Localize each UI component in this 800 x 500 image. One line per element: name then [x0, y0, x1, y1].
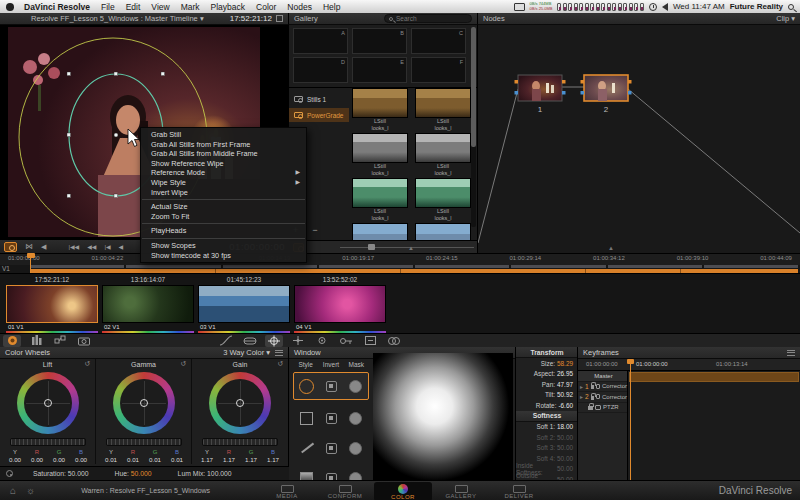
gallery-still[interactable]: LStill looks_l [352, 133, 408, 176]
node-graph[interactable]: 1 2 [478, 25, 800, 253]
timeline-ruler[interactable]: 01:00:00:0001:00:04:22 01:00:09:2101:00:… [0, 253, 800, 265]
menu-item-reference-mode[interactable]: Reference Mode▶ [141, 168, 306, 178]
window-matte-preview[interactable] [373, 353, 513, 480]
panel-menu-icon[interactable] [787, 350, 795, 356]
node-tree-icon[interactable] [51, 335, 69, 347]
menu-help[interactable]: Help [323, 2, 340, 12]
panel-menu-icon[interactable] [275, 350, 283, 356]
gallery-slot[interactable]: E [352, 57, 407, 83]
power-window-icon[interactable] [265, 335, 283, 347]
key-icon[interactable] [337, 335, 355, 347]
album-stills-1[interactable]: Stills 1 [289, 92, 349, 106]
grab-still-icon[interactable] [4, 242, 17, 252]
invert-icon[interactable] [326, 443, 337, 454]
blur-icon[interactable] [313, 335, 331, 347]
wheel-mode-selector[interactable]: 3 Way Color ▾ [223, 348, 270, 357]
menubar-user[interactable]: Future Reality [730, 2, 783, 11]
menu-item-show-reference-wipe[interactable]: Show Reference Wipe [141, 159, 306, 169]
mask-icon[interactable] [349, 380, 362, 393]
gallery-still[interactable]: LStill looks_l [352, 178, 408, 221]
rewind-button[interactable]: ◀◀ [87, 243, 96, 250]
node-1[interactable]: 1 [515, 75, 566, 114]
soft2-field[interactable]: Soft 2:50.00 [516, 432, 578, 443]
remove-button[interactable]: − [312, 225, 317, 235]
reset-icon[interactable]: ↺ [84, 360, 90, 368]
mask-icon[interactable] [349, 412, 362, 425]
menu-item-zoom-to-fit[interactable]: Zoom To Fit [141, 212, 306, 222]
lift-color-wheel[interactable] [17, 372, 79, 434]
menu-davinci-resolve[interactable]: DaVinci Resolve [24, 2, 90, 12]
sizing-icon[interactable] [361, 335, 379, 347]
lock-icon[interactable] [591, 385, 594, 389]
invert-icon[interactable] [326, 413, 337, 424]
mask-icon[interactable] [349, 442, 362, 455]
skip-start-button[interactable]: |◀◀ [68, 243, 79, 250]
node-mode-selector[interactable]: Clip ▾ [776, 14, 795, 23]
size-field[interactable]: Size:58.29 [516, 358, 578, 369]
gallery-still[interactable]: LStill looks_l [415, 133, 471, 176]
tab-conform[interactable]: CONFORM [316, 484, 374, 499]
gallery-slot[interactable]: A [293, 28, 348, 54]
keyframes-playhead[interactable] [630, 359, 631, 480]
node-2-selected[interactable]: 2 [581, 75, 632, 114]
menu-item-grab-still[interactable]: Grab Still [141, 130, 306, 140]
volume-icon[interactable] [662, 3, 668, 11]
menu-edit[interactable]: Edit [126, 2, 141, 12]
menubar-clock[interactable]: Wed 11:47 AM [673, 2, 725, 11]
lum-mix-field[interactable]: Lum Mix: 100.000 [178, 470, 232, 477]
thumbnail-size-slider[interactable] [340, 247, 474, 248]
reset-icon[interactable]: ↺ [277, 360, 283, 368]
gamma-color-wheel[interactable] [113, 372, 175, 434]
gallery-search[interactable]: Search [384, 14, 472, 23]
window-shape-gradient-row[interactable] [293, 464, 369, 480]
step-back-button[interactable]: |◀ [104, 243, 110, 250]
disclosure-icon[interactable]: ▸ [580, 383, 583, 390]
home-icon[interactable]: ⌂ [10, 485, 16, 496]
keyframe-timeline-area[interactable] [628, 371, 800, 480]
unmix-icon[interactable]: ⋈ [25, 242, 33, 251]
dial-icon[interactable] [6, 470, 13, 477]
hue-field[interactable]: Hue: 50.000 [115, 470, 152, 477]
pan-field[interactable]: Pan:47.97 [516, 379, 578, 390]
menu-item-grab-all-first[interactable]: Grab All Stills from First Frame [141, 140, 306, 150]
tab-deliver[interactable]: DELIVER [490, 484, 548, 499]
gain-color-wheel[interactable] [209, 372, 271, 434]
panel-resize-handle[interactable]: ▲ [408, 245, 414, 251]
clip-thumbnail-1[interactable]: 17:52:21:12 01 V1 [6, 276, 98, 333]
invert-icon[interactable] [326, 381, 337, 392]
window-shape-polygon-row[interactable] [293, 434, 369, 462]
gallery-slot[interactable]: D [293, 57, 348, 83]
timeline-track-v1[interactable]: V1 [0, 265, 800, 273]
panel-resize-handle[interactable]: ▲ [608, 245, 614, 251]
clip-thumbnail-4[interactable]: 13:52:52:02 04 V1 [294, 276, 386, 333]
gallery-scrollbar[interactable] [471, 27, 476, 227]
rotate-field[interactable]: Rotate:-6.60 [516, 400, 578, 411]
gamma-master-wheel[interactable] [106, 438, 182, 446]
audio-mute-icon[interactable]: ◀ [41, 243, 46, 251]
lock-icon[interactable] [591, 396, 594, 400]
menu-nodes[interactable]: Nodes [287, 2, 312, 12]
display-status-icon[interactable] [514, 3, 525, 11]
track-corrector-2[interactable]: ▸ 2 Corrector [578, 392, 627, 403]
tracker-icon[interactable] [289, 335, 307, 347]
gallery-still[interactable]: LStill looks_l [352, 88, 408, 131]
expand-viewer-icon[interactable] [276, 15, 283, 22]
tab-gallery[interactable]: GALLERY [432, 484, 490, 499]
camera-icon[interactable] [75, 335, 93, 347]
reset-icon[interactable]: ↺ [180, 360, 186, 368]
gain-master-wheel[interactable] [202, 438, 278, 446]
gallery-slot[interactable]: B [352, 28, 407, 54]
play-reverse-button[interactable]: ◀ [119, 243, 124, 250]
saturation-field[interactable]: Saturation: 50.000 [33, 470, 89, 477]
window-shape-circle-row[interactable] [293, 372, 369, 400]
spotlight-search-icon[interactable] [788, 4, 794, 10]
menu-mark[interactable]: Mark [181, 2, 200, 12]
gallery-still[interactable]: LStill looks_l [415, 178, 471, 221]
rgb-mixer-icon[interactable] [27, 335, 45, 347]
aspect-field[interactable]: Aspect:26.95 [516, 369, 578, 380]
menu-file[interactable]: File [101, 2, 115, 12]
clip-thumbnail-3[interactable]: 01:45:12:23 03 V1 [198, 276, 290, 333]
window-shape-square-row[interactable] [293, 404, 369, 432]
menu-item-show-timecode-30fps[interactable]: Show timecode at 30 fps [141, 251, 306, 261]
color-wheels-icon[interactable] [3, 335, 21, 347]
